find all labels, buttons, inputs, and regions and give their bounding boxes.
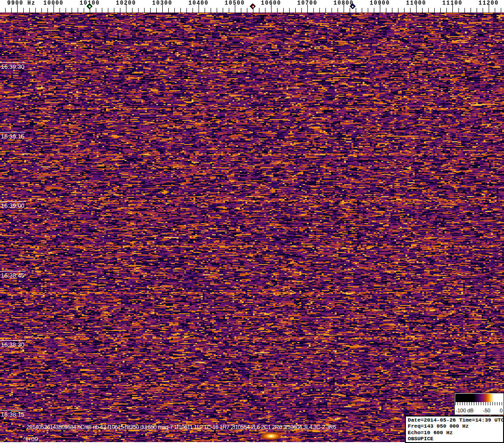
spectrogram-area: 16:39:3016:39:1516:39:0016:38:4516:38:30… — [0, 13, 504, 442]
info-frequency: Freq=143 050 000 Hz — [408, 423, 503, 429]
legend-label-mid: -50 — [483, 408, 491, 413]
blue-marker-diamond[interactable] — [350, 3, 356, 10]
freq-label-11000: 11000 — [406, 0, 426, 7]
legend-label-min: -100 dB — [456, 408, 474, 413]
colormap-labels: -100 dB -50 0 — [455, 407, 503, 413]
freq-label-10600: 10600 — [261, 0, 281, 7]
info-echo: Echo=10 600 Hz — [408, 430, 503, 436]
observation-info-box: Date=2014-05-26 Time=14:39 UTC Freq=143 … — [405, 416, 504, 443]
time-tick-line — [0, 271, 26, 271]
time-label: 16:38:30 — [1, 341, 25, 348]
time-tick-line — [0, 132, 26, 132]
freq-label-10300: 10300 — [152, 0, 172, 7]
blue-marker-diamond-dot — [352, 6, 353, 7]
colormap-gradient-bar — [455, 394, 503, 402]
colormap-tick-ruler — [455, 402, 503, 407]
freq-label-10000: 10000 — [43, 0, 64, 7]
time-tick-line — [0, 410, 26, 410]
info-station: OBSUPICE — [408, 436, 503, 442]
time-label: 16:38:45 — [1, 272, 25, 279]
frequency-ruler: 9900 Hz100001010010200103001040010500106… — [0, 0, 504, 13]
app-root: 16:39:3016:39:1516:39:0016:38:4516:38:30… — [0, 0, 504, 443]
detection-log-text: 20140526143809684 hCnt8 nb-62 f10615 hit… — [27, 424, 336, 430]
freq-label-10700: 10700 — [297, 0, 318, 7]
time-tick-line — [0, 201, 26, 202]
red-marker-diamond-dot — [252, 6, 254, 7]
time-label: 16:39:15 — [1, 133, 25, 140]
freq-label-9900: 9900 Hz — [7, 0, 36, 7]
freq-label-11200: 11200 — [478, 0, 499, 7]
footer-note-text: ^t+09 — [23, 436, 38, 443]
time-tick-line — [0, 62, 26, 63]
spectrogram-waterfall — [0, 13, 504, 442]
time-label: 16:38:15 — [1, 411, 25, 418]
time-label: 16:39:30 — [1, 63, 25, 70]
legend-label-max: 0 — [500, 408, 503, 413]
freq-label-10400: 10400 — [188, 0, 209, 7]
color-scale-legend: -100 dB -50 0 — [454, 393, 504, 415]
red-marker-diamond[interactable] — [250, 3, 256, 10]
time-tick-line — [0, 340, 26, 341]
freq-label-10900: 10900 — [370, 0, 390, 7]
freq-label-10200: 10200 — [116, 0, 136, 7]
freq-label-10500: 10500 — [225, 0, 245, 7]
info-date-time: Date=2014-05-26 Time=14:39 UTC — [408, 417, 503, 423]
freq-label-11100: 11100 — [442, 0, 463, 7]
ruler-separator-line — [0, 13, 504, 13]
green-marker-diamond[interactable] — [86, 3, 93, 10]
time-label: 16:39:00 — [1, 202, 25, 209]
green-marker-diamond-dot — [89, 6, 91, 7]
